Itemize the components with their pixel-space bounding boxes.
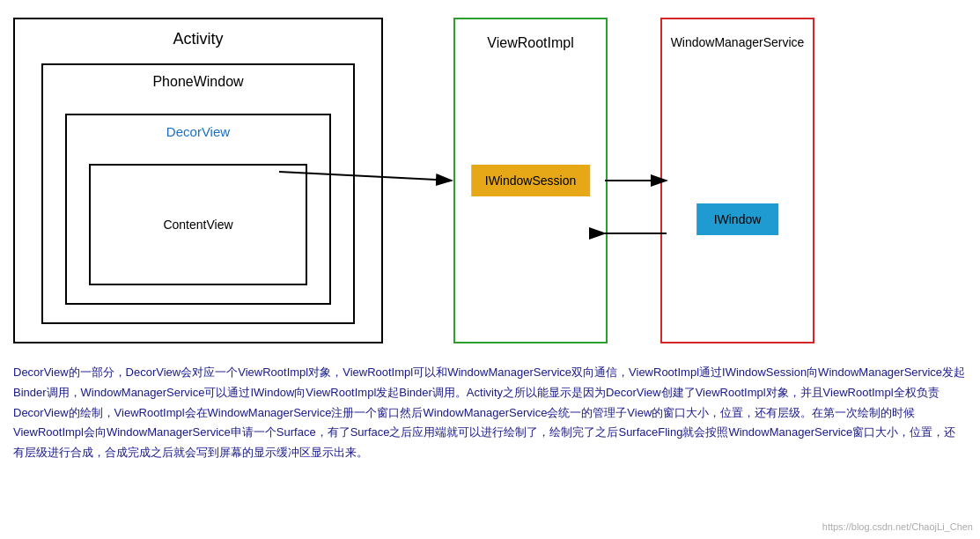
wms-label: WindowManagerService — [671, 35, 805, 49]
content-view-box: ContentView — [89, 164, 307, 285]
watermark: https://blog.csdn.net/ChaojLi_Chen — [822, 521, 973, 532]
iwindow-box: IWindow — [696, 203, 779, 235]
decor-view-label: DecorView — [166, 124, 230, 139]
phone-window-label: PhoneWindow — [152, 74, 243, 90]
wms-box: WindowManagerService IWindow — [660, 18, 814, 343]
iwindow-session-box: IWindowSession — [471, 165, 591, 196]
iwindow-label: IWindow — [714, 212, 762, 226]
content-view-label: ContentView — [163, 218, 232, 232]
description-text: DecorView的一部分，DecorView会对应一个ViewRootImpl… — [13, 363, 967, 463]
view-root-impl-box: ViewRootImpl IWindowSession — [453, 18, 608, 343]
view-root-impl-label: ViewRootImpl — [487, 35, 573, 51]
phone-window-box: PhoneWindow DecorView ContentView — [41, 63, 355, 324]
activity-label: Activity — [173, 30, 223, 48]
diagram-area: Activity PhoneWindow DecorView ContentVi… — [13, 9, 967, 352]
activity-box: Activity PhoneWindow DecorView ContentVi… — [13, 18, 383, 343]
decor-view-box: DecorView ContentView — [65, 114, 331, 305]
iwindow-session-label: IWindowSession — [485, 174, 577, 188]
